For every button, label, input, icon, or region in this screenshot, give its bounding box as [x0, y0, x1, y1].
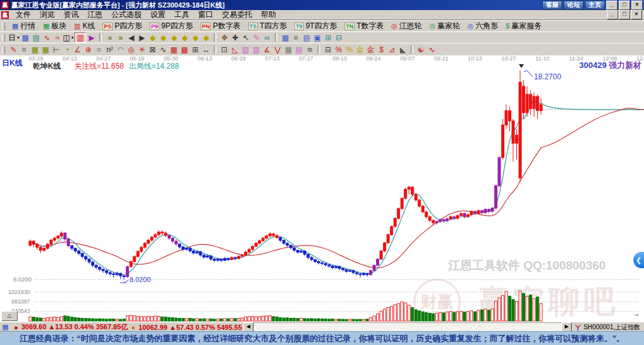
scroll-right-arrow[interactable]: ▶ [562, 322, 572, 332]
export-icon[interactable]: ⊞ [323, 33, 333, 42]
gann-wheel-button[interactable]: ◎江恩轮 [387, 21, 426, 31]
gann-grid2-tool[interactable]: ▦ [40, 45, 51, 54]
gann-node-4[interactable]: ◆ [179, 33, 190, 42]
gann-ladder-tool[interactable]: ⌗ [19, 45, 30, 54]
chart-horizontal-scrollbar[interactable]: ◀ ▶ [243, 323, 572, 331]
menu-item-窗口[interactable]: 窗口 [194, 10, 218, 19]
menu-item-交易委托[interactable]: 交易委托 [218, 10, 257, 19]
menu-item-资讯[interactable]: 资讯 [59, 10, 83, 19]
scroll-left-arrow[interactable]: ◀ [243, 322, 253, 332]
chart-canvas[interactable]: 03-2904-1304-2705-1605-3006-1306-2907-13… [0, 55, 644, 322]
flag-marker-icon[interactable]: ▶ [86, 33, 97, 42]
price-ruler-tool[interactable]: ⊢ [51, 45, 62, 54]
parallel-lines-tool[interactable]: ≋ [304, 45, 315, 54]
box-select-tool[interactable]: ⊡ [219, 45, 230, 54]
gann-node-2[interactable]: ◆ [158, 33, 169, 42]
gann-node-5[interactable]: ◆ [190, 33, 201, 42]
search-binoculars-icon[interactable]: ∞ [262, 33, 272, 42]
move-hand-tool[interactable]: ✥ [219, 33, 230, 42]
nav-last-button[interactable]: » [115, 33, 126, 42]
child-restore-button[interactable]: □ [619, 10, 630, 20]
menu-item-帮助[interactable]: 帮助 [257, 10, 280, 19]
window-grid-tool[interactable]: ⊞ [190, 45, 201, 54]
calculator-icon[interactable]: ⌗ [291, 33, 301, 42]
spiral-tool[interactable]: ◔ [62, 45, 72, 54]
grid-red-small-tool[interactable]: ▦ [169, 45, 179, 54]
menu-item-工具[interactable]: 工具 [170, 10, 194, 19]
time-ladder-tool[interactable]: ⌗ [94, 45, 104, 54]
gold-section2-tool[interactable]: 金 [365, 45, 376, 54]
grid-x-tool[interactable]: ⊠ [147, 45, 158, 54]
menu-item-设置[interactable]: 设置 [146, 10, 170, 19]
t-square-button[interactable]: TST四方形 [245, 21, 291, 31]
child-close-button[interactable]: × [631, 10, 642, 20]
gann-target-tool[interactable]: ◎ [126, 45, 136, 54]
keyboard-icon[interactable]: ▦ [1, 323, 10, 331]
wave-tool[interactable]: ∿ [426, 45, 437, 54]
service-button-home[interactable]: 主页 [585, 1, 605, 10]
service-button-kefu[interactable]: 客服 [542, 1, 562, 10]
angle-pen-tool[interactable]: ∠ [72, 45, 83, 54]
nav-first-button[interactable]: « [104, 33, 115, 42]
v-lines-tool[interactable]: ⋁ [272, 45, 283, 54]
minimize-button[interactable]: _ [606, 1, 618, 10]
menu-item-文件[interactable]: 文件 [11, 10, 35, 19]
grid-pink2-tool[interactable]: ▧ [251, 45, 262, 54]
star-burst-tool[interactable]: ✳ [136, 45, 147, 54]
select-cursor-tool[interactable]: ↖ [240, 33, 251, 42]
kline-button[interactable]: ▥K线 [70, 21, 99, 31]
restore-button[interactable]: □ [619, 1, 630, 10]
grid-dense-tool[interactable]: ▦ [283, 45, 294, 54]
crosshair-tool[interactable]: ✚ [230, 33, 240, 42]
collapse-volume-button[interactable]: △ [1, 311, 18, 321]
grid-box-pink-tool[interactable]: ▤ [294, 45, 304, 54]
candle-style-dropdown[interactable]: ◫▼ [63, 33, 74, 42]
t-table-button[interactable]: TNT数字表 [341, 21, 387, 31]
yin-yang-tool[interactable]: ☯ [416, 45, 426, 54]
percent-gold-tool[interactable]: % [344, 45, 355, 54]
close-button[interactable]: × [631, 1, 643, 10]
gann-node-6[interactable]: ◆ [201, 33, 211, 42]
grid-pink-tool[interactable]: ▨ [240, 45, 251, 54]
menu-item-浏览[interactable]: 浏览 [35, 10, 59, 19]
service-button-forum[interactable]: 论坛 [564, 1, 584, 10]
draw-pen-tool[interactable]: ✎ [8, 45, 19, 54]
period-daily-dropdown[interactable]: 日▼ [8, 33, 20, 42]
trend-zigzag-icon[interactable]: ∿ [42, 33, 52, 42]
chart-area-icon[interactable]: ▩ [20, 33, 31, 42]
winner-service-button[interactable]: $赢家服务 [502, 21, 545, 31]
t9-square-button[interactable]: T99T四方形 [291, 21, 341, 31]
gann-fan-b-tool[interactable]: ⊿ [387, 45, 397, 54]
p-table-button[interactable]: PNP数字表 [197, 21, 245, 31]
sh-market-icon[interactable]: ● [11, 323, 21, 331]
gann-fan-c-tool[interactable]: ◣ [397, 45, 408, 54]
save-disk-icon[interactable]: ▣ [312, 33, 323, 42]
calendar-icon[interactable]: ▦ [280, 33, 291, 42]
child-minimize-button[interactable]: _ [607, 10, 618, 20]
gold-section-tool[interactable]: 金 [355, 45, 365, 54]
gann-node-1[interactable]: ◆ [147, 33, 158, 42]
grid-red-large-tool[interactable]: ▩ [179, 45, 190, 54]
export2-icon[interactable]: ⊟ [333, 33, 344, 42]
tab-daily-kline[interactable]: 日K线 [2, 58, 23, 69]
p9-square-button[interactable]: P99P四方形 [146, 21, 197, 31]
p-square-button[interactable]: PSP四方形 [99, 21, 146, 31]
gann-grid-tool[interactable]: ▦ [30, 45, 40, 54]
percent-tool[interactable]: % [333, 45, 344, 54]
fib-distance-tool[interactable]: ⊟ [323, 45, 333, 54]
sectors-button[interactable]: ▦板块 [39, 21, 70, 31]
gann-node-3[interactable]: ◆ [169, 33, 179, 42]
info-panel-icon[interactable]: ▤ [31, 33, 42, 42]
sz-market-icon[interactable]: ● [128, 323, 138, 331]
menu-item-公式选股[interactable]: 公式选股 [107, 10, 146, 19]
angle-lines-tool[interactable]: ∡ [262, 45, 272, 54]
winner-wheel-button[interactable]: ◎赢家轮 [426, 21, 464, 31]
width-arrows-tool[interactable]: ↔ [201, 45, 211, 54]
nav-next-button[interactable]: ▶ [136, 33, 147, 42]
nav-prev-button[interactable]: ◀ [126, 33, 136, 42]
protractor-tool[interactable]: ◠ [115, 45, 126, 54]
annotate-pen-tool[interactable]: ✎ [251, 33, 262, 42]
circle-cross-tool[interactable]: ⊕ [83, 45, 94, 54]
price-mark-tool[interactable]: $ [376, 45, 387, 54]
wave-m-tool[interactable]: ∿ [158, 45, 169, 54]
